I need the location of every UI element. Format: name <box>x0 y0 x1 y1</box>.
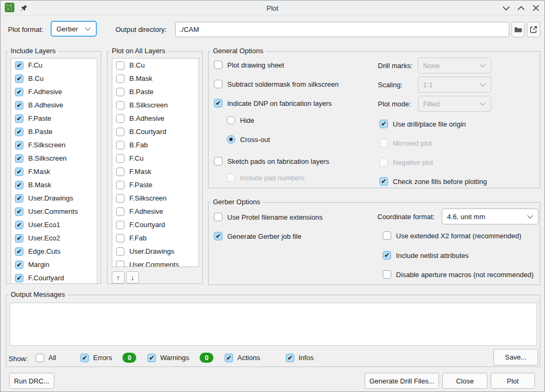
layer-row[interactable]: ✔B.Paste <box>112 85 199 98</box>
checkbox[interactable]: ✔ <box>116 234 125 243</box>
checkbox[interactable]: ✔ <box>116 128 125 136</box>
close-button[interactable]: Close <box>442 373 488 389</box>
close-icon[interactable] <box>532 4 540 12</box>
layer-row[interactable]: ✔B.Mask <box>11 178 97 191</box>
layer-row[interactable]: ✔B.Fab <box>112 138 199 152</box>
checkbox[interactable]: ✔ <box>15 154 23 163</box>
radio-button[interactable] <box>227 135 235 144</box>
layer-row[interactable]: ✔User.Drawings <box>11 191 97 205</box>
checkbox[interactable]: ✔ <box>116 141 125 149</box>
layer-row[interactable]: ✔B.Cu <box>11 72 97 85</box>
checkbox[interactable]: ✔ <box>15 141 23 149</box>
layer-row[interactable]: ✔F.Adhesive <box>11 85 97 98</box>
checkbox[interactable]: ✔ <box>116 88 125 96</box>
layer-row[interactable]: ✔F.Silkscreen <box>11 138 97 152</box>
checkbox[interactable]: ✔ <box>15 234 23 243</box>
minimize-icon[interactable] <box>502 4 510 12</box>
layer-row[interactable]: ✔F.Courtyard <box>112 218 199 231</box>
layer-row[interactable]: ✔B.Paste <box>11 125 97 138</box>
checkbox[interactable]: ✔ <box>116 168 125 176</box>
checkbox[interactable]: ✔ <box>15 207 23 216</box>
checkbox[interactable]: ✔ <box>214 157 222 165</box>
checkbox[interactable]: ✔ <box>116 207 125 216</box>
checkbox[interactable]: ✔ <box>15 128 23 136</box>
checkbox[interactable]: ✔ <box>116 247 125 256</box>
messages-textarea[interactable] <box>10 303 537 346</box>
checkbox[interactable]: ✔ <box>116 194 125 203</box>
layer-row[interactable]: ✔B.Courtyard <box>112 125 199 138</box>
checkbox[interactable]: ✔ <box>214 213 222 221</box>
checkbox[interactable]: ✔ <box>15 114 23 123</box>
plot-button[interactable]: Plot <box>491 373 535 389</box>
checkbox[interactable]: ✔ <box>379 177 388 186</box>
checkbox[interactable]: ✔ <box>214 80 222 88</box>
layer-row[interactable]: ✔B.Adhesive <box>112 112 199 125</box>
include-layers-list[interactable]: ✔F.Cu✔B.Cu✔F.Adhesive✔B.Adhesive✔F.Paste… <box>11 58 97 284</box>
layer-row[interactable]: ✔F.Courtyard <box>11 271 97 284</box>
checkbox[interactable]: ✔ <box>15 221 23 229</box>
checkbox[interactable]: ✔ <box>225 354 233 362</box>
layer-row[interactable]: ✔B.Silkscreen <box>11 152 97 165</box>
checkbox[interactable]: ✔ <box>116 181 125 189</box>
layer-row[interactable]: ✔B.Mask <box>112 72 199 85</box>
checkbox[interactable]: ✔ <box>379 120 388 128</box>
checkbox[interactable]: ✔ <box>116 261 125 268</box>
checkbox[interactable]: ✔ <box>15 247 23 256</box>
checkbox[interactable]: ✔ <box>116 114 125 123</box>
checkbox[interactable]: ✔ <box>80 354 89 362</box>
plot-format-combo[interactable]: Gerber <box>51 21 97 37</box>
layer-row[interactable]: ✔F.Paste <box>112 178 199 191</box>
browse-folder-button[interactable] <box>511 22 525 37</box>
checkbox[interactable]: ✔ <box>116 221 125 229</box>
layer-row[interactable]: ✔F.Paste <box>11 112 97 125</box>
layer-row[interactable]: ✔User.Comments <box>112 258 199 267</box>
checkbox[interactable]: ✔ <box>147 354 156 362</box>
layer-row[interactable]: ✔User.Drawings <box>112 245 199 258</box>
checkbox[interactable]: ✔ <box>15 74 23 83</box>
checkbox[interactable]: ✔ <box>116 154 125 163</box>
checkbox[interactable]: ✔ <box>214 99 222 107</box>
layer-row[interactable]: ✔User.Eco2 <box>11 231 97 245</box>
layer-row[interactable]: ✔F.Mask <box>112 165 199 178</box>
radio-button[interactable] <box>227 116 235 124</box>
checkbox[interactable]: ✔ <box>15 61 23 70</box>
checkbox[interactable]: ✔ <box>383 251 391 260</box>
checkbox[interactable]: ✔ <box>15 181 23 189</box>
checkbox[interactable]: ✔ <box>36 354 44 362</box>
checkbox[interactable]: ✔ <box>116 74 125 83</box>
output-directory-input[interactable] <box>175 22 509 37</box>
layer-row[interactable]: ✔F.Cu <box>112 152 199 165</box>
maximize-icon[interactable] <box>517 4 525 12</box>
coordinate-format-combo[interactable]: 4.6, unit mm <box>442 208 539 224</box>
layer-row[interactable]: ✔F.Mask <box>11 165 97 178</box>
checkbox[interactable]: ✔ <box>116 61 125 70</box>
layer-row[interactable]: ✔User.Comments <box>11 205 97 218</box>
layer-row[interactable]: ✔B.Adhesive <box>11 98 97 112</box>
layer-row[interactable]: ✔F.Fab <box>112 231 199 245</box>
layer-row[interactable]: ✔F.Adhesive <box>112 205 199 218</box>
checkbox[interactable]: ✔ <box>15 274 23 282</box>
run-drc-button[interactable]: Run DRC... <box>9 373 54 389</box>
layer-row[interactable]: ✔Edge.Cuts <box>11 245 97 258</box>
checkbox[interactable]: ✔ <box>116 101 125 110</box>
save-button[interactable]: Save... <box>493 349 538 365</box>
layer-row[interactable]: ✔B.Silkscreen <box>112 98 199 112</box>
layer-row[interactable]: ✔F.Silkscreen <box>112 191 199 205</box>
checkbox[interactable]: ✔ <box>214 61 222 69</box>
open-output-folder-button[interactable] <box>527 22 540 37</box>
plot-on-all-layers-list[interactable]: ✔B.Cu✔B.Mask✔B.Paste✔B.Silkscreen✔B.Adhe… <box>112 58 199 267</box>
generate-drill-files-button[interactable]: Generate Drill Files... <box>365 373 439 389</box>
checkbox[interactable]: ✔ <box>15 88 23 96</box>
layer-row[interactable]: ✔B.Cu <box>112 59 199 72</box>
layer-row[interactable]: ✔Margin <box>11 258 97 271</box>
checkbox[interactable]: ✔ <box>15 261 23 269</box>
layer-row[interactable]: ✔User.Eco1 <box>11 218 97 231</box>
checkbox[interactable]: ✔ <box>286 354 294 362</box>
layer-row[interactable]: ✔F.Cu <box>11 59 97 72</box>
move-down-button[interactable]: ↓ <box>126 271 139 283</box>
checkbox[interactable]: ✔ <box>214 232 222 240</box>
checkbox[interactable]: ✔ <box>15 194 23 203</box>
move-up-button[interactable]: ↑ <box>112 271 125 283</box>
checkbox[interactable]: ✔ <box>15 101 23 110</box>
checkbox[interactable]: ✔ <box>383 231 391 240</box>
